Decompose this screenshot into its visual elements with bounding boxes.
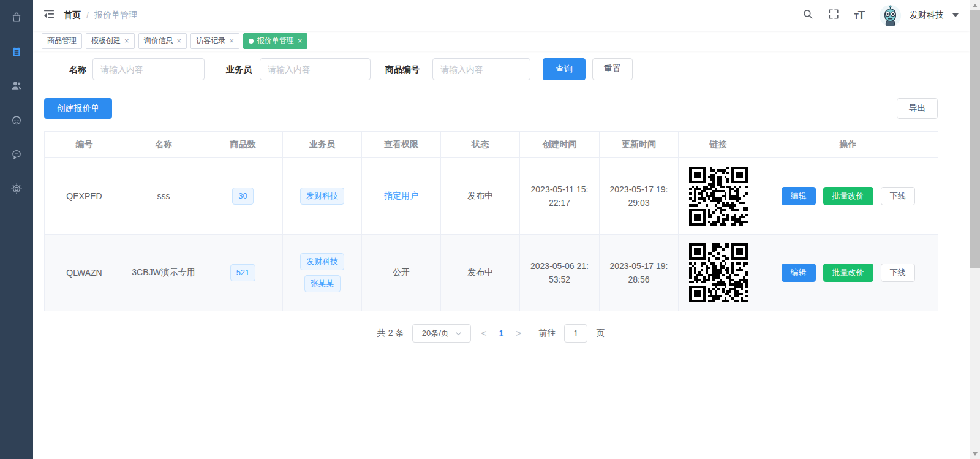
sidebar-item-users[interactable] — [0, 69, 33, 103]
fullscreen-button[interactable] — [823, 3, 844, 28]
tab-template-create[interactable]: 模板创建 × — [86, 33, 135, 49]
navbar-right: TT 发财科技 — [797, 3, 970, 28]
scrollbar-thumb[interactable] — [970, 10, 980, 268]
breadcrumb: 首页 / 报价单管理 — [64, 10, 137, 21]
close-icon[interactable]: × — [177, 37, 182, 45]
batch-reprice-button[interactable]: 批量改价 — [823, 187, 873, 205]
pagination: 共 2 条 20条/页 < 1 > 前往 页 — [44, 324, 938, 343]
triangle-up-icon — [973, 4, 978, 7]
sidebar-item-settings[interactable] — [0, 172, 33, 206]
current-page[interactable]: 1 — [496, 328, 506, 338]
qr-code[interactable] — [689, 243, 748, 302]
filter-bar: 名称 业务员 商品编号 查询 重置 — [33, 58, 970, 80]
breadcrumb-current: 报价单管理 — [94, 10, 137, 21]
product-count-chip[interactable]: 521 — [230, 264, 256, 281]
col-header-created-at: 创建时间 — [520, 132, 600, 158]
chevron-down-icon — [455, 330, 462, 337]
tab-visitor-records[interactable]: 访客记录 × — [190, 33, 239, 49]
avatar[interactable] — [880, 5, 901, 26]
offline-button[interactable]: 下线 — [881, 264, 915, 282]
font-size-icon: TT — [854, 9, 865, 22]
header-search-button[interactable] — [797, 3, 818, 28]
salesman-input[interactable] — [260, 58, 371, 80]
close-icon[interactable]: × — [298, 37, 303, 45]
prev-page-icon[interactable]: < — [480, 328, 488, 339]
scroll-down-button[interactable] — [970, 449, 980, 459]
shopping-bag-icon — [10, 11, 23, 23]
view-permission-link[interactable]: 指定用户 — [384, 191, 418, 200]
table-row: QEXPED sss 30 发财科技 指定用户 发布中 2023-05-11 1… — [45, 158, 938, 235]
product-code-label: 商品编号 — [385, 58, 420, 80]
user-name[interactable]: 发财科技 — [910, 10, 944, 21]
col-header-code: 编号 — [45, 132, 124, 158]
name-label: 名称 — [69, 58, 86, 80]
settings-icon — [10, 183, 23, 195]
sidebar-item-customer-service[interactable] — [0, 103, 33, 137]
product-count-chip[interactable]: 30 — [232, 188, 253, 205]
cell-name: sss — [124, 158, 203, 235]
page-size-select[interactable]: 20条/页 — [412, 324, 471, 343]
search-icon — [802, 9, 813, 22]
search-button[interactable]: 查询 — [543, 58, 586, 80]
tab-product-management[interactable]: 商品管理 — [42, 33, 82, 49]
cell-status: 发布中 — [441, 235, 520, 311]
triangle-down-icon — [973, 452, 978, 456]
clipboard-icon — [10, 45, 23, 58]
next-page-icon[interactable]: > — [514, 328, 522, 339]
cell-view-permission: 公开 — [362, 235, 441, 311]
cell-code: QEXPED — [45, 158, 124, 235]
tab-label: 访客记录 — [196, 36, 225, 46]
edit-button[interactable]: 编辑 — [782, 264, 816, 282]
users-icon — [10, 80, 23, 92]
qr-code[interactable] — [689, 167, 748, 226]
row-actions: 编辑 批量改价 下线 — [764, 187, 932, 205]
scroll-up-button[interactable] — [970, 0, 980, 10]
salesman-chip[interactable]: 发财科技 — [300, 188, 344, 205]
page-unit-label: 页 — [596, 328, 605, 339]
create-quotation-button[interactable]: 创建报价单 — [44, 98, 112, 119]
tab-label: 报价单管理 — [257, 36, 294, 46]
main-content: 名称 业务员 商品编号 查询 重置 创建报价单 导出 编号 名称 商品数 业务员… — [33, 51, 970, 459]
robot-avatar-icon — [880, 18, 901, 26]
sidebar-item-messages[interactable] — [0, 137, 33, 172]
tab-inquiry-info[interactable]: 询价信息 × — [138, 33, 187, 49]
sidebar — [0, 0, 33, 459]
goto-page-input[interactable] — [564, 324, 587, 343]
salesman-chip[interactable]: 发财科技 — [300, 253, 344, 270]
close-icon[interactable]: × — [229, 37, 234, 45]
edit-button[interactable]: 编辑 — [782, 187, 816, 205]
vertical-scrollbar — [970, 0, 980, 459]
salesman-label: 业务员 — [226, 58, 252, 80]
goto-label: 前往 — [538, 328, 556, 339]
cell-name: 3CBJW演示专用 — [124, 235, 203, 311]
salesman-chip[interactable]: 张某某 — [304, 275, 341, 292]
breadcrumb-home[interactable]: 首页 — [64, 10, 81, 21]
cell-created-at: 2023-05-11 15:22:17 — [520, 158, 600, 235]
font-size-button[interactable]: TT — [849, 3, 870, 28]
offline-button[interactable]: 下线 — [881, 187, 915, 205]
sidebar-item-products[interactable] — [0, 0, 33, 34]
col-header-salesman: 业务员 — [283, 132, 362, 158]
reset-button[interactable]: 重置 — [592, 58, 633, 80]
col-header-view-permission: 查看权限 — [362, 132, 441, 158]
chevron-down-icon[interactable] — [952, 13, 959, 17]
close-icon[interactable]: × — [124, 37, 129, 45]
export-button[interactable]: 导出 — [897, 98, 938, 119]
cell-updated-at: 2023-05-17 19:28:56 — [600, 235, 679, 311]
fullscreen-icon — [828, 9, 839, 22]
message-icon — [10, 148, 23, 161]
tab-label: 商品管理 — [47, 36, 77, 46]
active-dot-icon — [249, 39, 254, 44]
sidebar-toggle-button[interactable] — [33, 0, 64, 31]
table-row: QLWAZN 3CBJW演示专用 521 发财科技 张某某 公开 发布中 202… — [45, 235, 938, 311]
cell-created-at: 2023-05-06 21:53:52 — [520, 235, 600, 311]
breadcrumb-separator: / — [86, 10, 89, 20]
table-header-row: 编号 名称 商品数 业务员 查看权限 状态 创建时间 更新时间 链接 操作 — [45, 132, 938, 158]
product-code-input[interactable] — [432, 58, 530, 80]
sidebar-item-quotations-active[interactable] — [0, 34, 33, 69]
name-input[interactable] — [92, 58, 205, 80]
cell-code: QLWAZN — [45, 235, 124, 311]
batch-reprice-button[interactable]: 批量改价 — [823, 264, 873, 282]
tab-quotation-management-active[interactable]: 报价单管理 × — [243, 33, 308, 49]
col-header-link: 链接 — [679, 132, 758, 158]
